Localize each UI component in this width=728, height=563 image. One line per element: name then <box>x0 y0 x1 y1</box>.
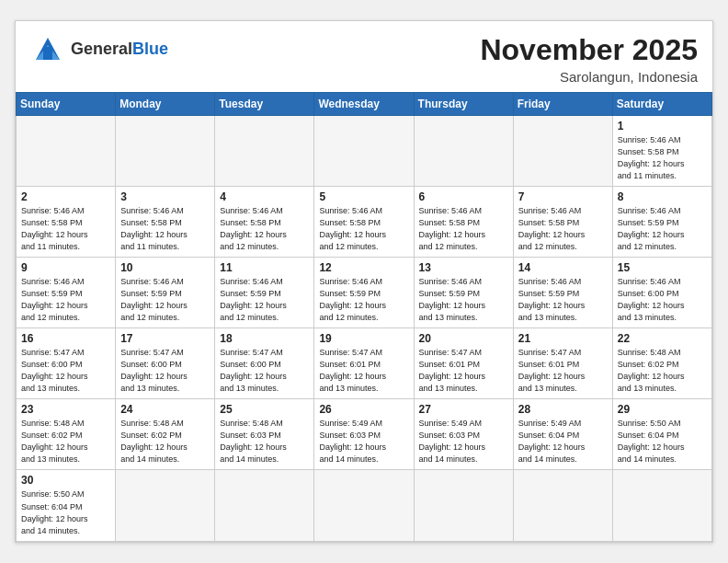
calendar-table: SundayMondayTuesdayWednesdayThursdayFrid… <box>16 92 712 542</box>
location-title: Sarolangun, Indonesia <box>480 69 698 85</box>
day-number: 22 <box>618 332 707 345</box>
calendar-cell: 7Sunrise: 5:46 AMSunset: 5:58 PMDaylight… <box>513 186 612 257</box>
day-info: Sunrise: 5:50 AMSunset: 6:04 PMDaylight:… <box>618 418 707 465</box>
day-number: 13 <box>419 261 508 274</box>
day-number: 15 <box>618 261 707 274</box>
logo: GeneralBlue <box>30 34 168 63</box>
calendar-cell: 11Sunrise: 5:46 AMSunset: 5:59 PMDayligh… <box>215 257 314 327</box>
day-info: Sunrise: 5:46 AMSunset: 5:59 PMDaylight:… <box>21 276 110 324</box>
calendar-cell <box>414 470 513 541</box>
day-info: Sunrise: 5:46 AMSunset: 5:59 PMDaylight:… <box>220 276 309 324</box>
calendar-cell <box>116 470 215 541</box>
week-row-0: 1Sunrise: 5:46 AMSunset: 5:58 PMDaylight… <box>17 115 712 186</box>
day-info: Sunrise: 5:47 AMSunset: 6:01 PMDaylight:… <box>319 347 408 395</box>
calendar-cell: 5Sunrise: 5:46 AMSunset: 5:58 PMDaylight… <box>314 186 414 257</box>
calendar-cell: 4Sunrise: 5:46 AMSunset: 5:58 PMDaylight… <box>215 186 314 257</box>
calendar-cell: 12Sunrise: 5:46 AMSunset: 5:59 PMDayligh… <box>314 257 414 327</box>
day-number: 6 <box>419 190 508 203</box>
calendar-cell: 22Sunrise: 5:48 AMSunset: 6:02 PMDayligh… <box>612 328 711 399</box>
day-info: Sunrise: 5:46 AMSunset: 5:58 PMDaylight:… <box>21 205 110 253</box>
day-number: 12 <box>319 261 408 274</box>
day-info: Sunrise: 5:47 AMSunset: 6:01 PMDaylight:… <box>518 347 608 395</box>
weekday-header-row: SundayMondayTuesdayWednesdayThursdayFrid… <box>17 92 712 115</box>
day-info: Sunrise: 5:46 AMSunset: 5:58 PMDaylight:… <box>220 205 309 253</box>
weekday-header-monday: Monday <box>116 92 215 115</box>
day-number: 19 <box>319 332 408 345</box>
calendar-cell: 23Sunrise: 5:48 AMSunset: 6:02 PMDayligh… <box>17 399 116 470</box>
calendar-cell: 14Sunrise: 5:46 AMSunset: 5:59 PMDayligh… <box>513 257 612 327</box>
calendar-cell: 3Sunrise: 5:46 AMSunset: 5:58 PMDaylight… <box>116 186 215 257</box>
calendar-cell: 15Sunrise: 5:46 AMSunset: 6:00 PMDayligh… <box>612 257 711 327</box>
day-info: Sunrise: 5:47 AMSunset: 6:00 PMDaylight:… <box>220 347 309 395</box>
day-info: Sunrise: 5:46 AMSunset: 5:59 PMDaylight:… <box>618 205 707 253</box>
day-number: 7 <box>518 190 608 203</box>
day-number: 23 <box>21 403 110 416</box>
calendar-cell <box>414 115 513 186</box>
weekday-header-wednesday: Wednesday <box>314 92 414 115</box>
month-title: November 2025 <box>480 34 698 66</box>
day-info: Sunrise: 5:46 AMSunset: 5:58 PMDaylight:… <box>419 205 508 253</box>
day-number: 5 <box>319 190 408 203</box>
day-number: 26 <box>319 403 408 416</box>
day-number: 21 <box>518 332 608 345</box>
calendar-cell <box>314 470 414 541</box>
logo-icon <box>30 34 65 63</box>
calendar-cell: 1Sunrise: 5:46 AMSunset: 5:58 PMDaylight… <box>612 115 711 186</box>
day-info: Sunrise: 5:46 AMSunset: 5:58 PMDaylight:… <box>618 134 707 182</box>
calendar-cell: 10Sunrise: 5:46 AMSunset: 5:59 PMDayligh… <box>116 257 215 327</box>
calendar-container: GeneralBlue November 2025 Sarolangun, In… <box>15 20 713 542</box>
day-number: 27 <box>419 403 508 416</box>
day-info: Sunrise: 5:50 AMSunset: 6:04 PMDaylight:… <box>21 488 110 536</box>
calendar-cell: 19Sunrise: 5:47 AMSunset: 6:01 PMDayligh… <box>314 328 414 399</box>
weekday-header-friday: Friday <box>513 92 612 115</box>
weekday-header-tuesday: Tuesday <box>215 92 314 115</box>
calendar-header: GeneralBlue November 2025 Sarolangun, In… <box>16 21 712 91</box>
day-info: Sunrise: 5:46 AMSunset: 5:59 PMDaylight:… <box>518 276 608 324</box>
calendar-cell: 16Sunrise: 5:47 AMSunset: 6:00 PMDayligh… <box>17 328 116 399</box>
day-info: Sunrise: 5:49 AMSunset: 6:03 PMDaylight:… <box>419 418 508 465</box>
week-row-4: 23Sunrise: 5:48 AMSunset: 6:02 PMDayligh… <box>17 399 712 470</box>
day-number: 14 <box>518 261 608 274</box>
day-number: 29 <box>618 403 707 416</box>
day-number: 3 <box>120 190 210 203</box>
svg-rect-2 <box>43 47 52 60</box>
calendar-cell <box>612 470 711 541</box>
day-number: 25 <box>220 403 309 416</box>
calendar-cell: 29Sunrise: 5:50 AMSunset: 6:04 PMDayligh… <box>612 399 711 470</box>
calendar-cell: 20Sunrise: 5:47 AMSunset: 6:01 PMDayligh… <box>414 328 513 399</box>
day-number: 9 <box>21 261 110 274</box>
day-number: 1 <box>618 120 707 132</box>
day-info: Sunrise: 5:47 AMSunset: 6:00 PMDaylight:… <box>21 347 110 395</box>
weekday-header-saturday: Saturday <box>612 92 711 115</box>
day-number: 28 <box>518 403 608 416</box>
day-info: Sunrise: 5:46 AMSunset: 5:59 PMDaylight:… <box>319 276 408 324</box>
day-info: Sunrise: 5:46 AMSunset: 5:58 PMDaylight:… <box>120 205 210 253</box>
day-number: 17 <box>120 332 210 345</box>
calendar-cell: 6Sunrise: 5:46 AMSunset: 5:58 PMDaylight… <box>414 186 513 257</box>
calendar-cell: 26Sunrise: 5:49 AMSunset: 6:03 PMDayligh… <box>314 399 414 470</box>
calendar-cell: 27Sunrise: 5:49 AMSunset: 6:03 PMDayligh… <box>414 399 513 470</box>
day-info: Sunrise: 5:47 AMSunset: 6:00 PMDaylight:… <box>120 347 210 395</box>
calendar-cell: 30Sunrise: 5:50 AMSunset: 6:04 PMDayligh… <box>17 470 116 541</box>
day-info: Sunrise: 5:47 AMSunset: 6:01 PMDaylight:… <box>419 347 508 395</box>
calendar-cell <box>513 115 612 186</box>
day-info: Sunrise: 5:49 AMSunset: 6:03 PMDaylight:… <box>319 418 408 465</box>
day-info: Sunrise: 5:48 AMSunset: 6:02 PMDaylight:… <box>120 418 210 465</box>
calendar-cell: 9Sunrise: 5:46 AMSunset: 5:59 PMDaylight… <box>17 257 116 327</box>
day-number: 10 <box>120 261 210 274</box>
day-info: Sunrise: 5:46 AMSunset: 5:58 PMDaylight:… <box>518 205 608 253</box>
day-info: Sunrise: 5:46 AMSunset: 5:59 PMDaylight:… <box>120 276 210 324</box>
weekday-header-thursday: Thursday <box>414 92 513 115</box>
day-info: Sunrise: 5:48 AMSunset: 6:03 PMDaylight:… <box>220 418 309 465</box>
calendar-cell: 25Sunrise: 5:48 AMSunset: 6:03 PMDayligh… <box>215 399 314 470</box>
calendar-cell: 24Sunrise: 5:48 AMSunset: 6:02 PMDayligh… <box>116 399 215 470</box>
day-number: 30 <box>21 474 110 487</box>
day-number: 4 <box>220 190 309 203</box>
calendar-cell <box>513 470 612 541</box>
calendar-cell: 8Sunrise: 5:46 AMSunset: 5:59 PMDaylight… <box>612 186 711 257</box>
calendar-cell: 21Sunrise: 5:47 AMSunset: 6:01 PMDayligh… <box>513 328 612 399</box>
calendar-cell <box>215 115 314 186</box>
calendar-cell: 13Sunrise: 5:46 AMSunset: 5:59 PMDayligh… <box>414 257 513 327</box>
weekday-header-sunday: Sunday <box>17 92 116 115</box>
day-info: Sunrise: 5:48 AMSunset: 6:02 PMDaylight:… <box>21 418 110 465</box>
